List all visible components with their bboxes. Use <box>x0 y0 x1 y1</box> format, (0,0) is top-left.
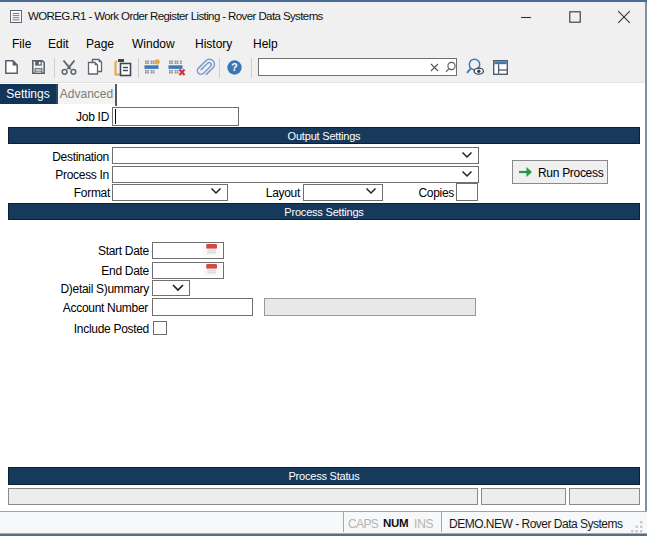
svg-text:?: ? <box>231 61 237 73</box>
